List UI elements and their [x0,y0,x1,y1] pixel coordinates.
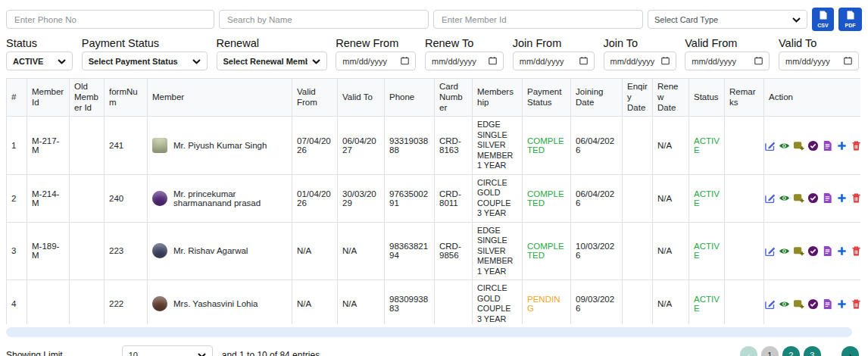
filter-label-renew-to: Renew To [425,37,504,49]
renew-date-cell: N/A [653,222,689,279]
document-icon[interactable] [822,192,833,204]
page-size-select[interactable]: 10 [122,345,213,356]
table-footer: Showing Limit 10 and 1 to 10 of 84 entri… [6,345,862,356]
row-number: 2 [7,174,27,222]
column-header: Enqiry Date [623,79,653,117]
delete-icon[interactable] [851,298,860,310]
avatar [152,138,167,153]
add-icon[interactable] [836,245,848,257]
filter-label-renew-from: Renew From [336,37,416,49]
filter-renewal: RenewalSelect Renewal Members [217,37,327,70]
renew-from-date-input[interactable]: mm/dd/yyyy [336,52,416,70]
table-row: 4 222 Mrs. Yashasvini Lohia N/A N/A 9830… [7,280,861,324]
filter-status: StatusACTIVE [6,37,73,70]
filter-renew-from: Renew Frommm/dd/yyyy [336,37,416,70]
member-name: Mr. Piyush Kumar Singh [173,141,267,150]
card-add-icon[interactable] [793,298,804,310]
name-search-input[interactable] [219,10,429,29]
entries-summary: and 1 to 10 of 84 entries [222,350,320,356]
column-header: MemberId [27,79,70,117]
remarks-cell [725,117,764,174]
add-icon[interactable] [836,298,848,310]
phone-search-input[interactable] [6,10,214,29]
card-number-cell [435,280,473,324]
status-cell: ACTIVE [689,117,725,174]
table-header-row: #MemberIdOld Member IdformNumMemberValid… [7,79,861,117]
valid-from-cell: N/A [292,280,338,324]
csv-export-label: CSV [817,23,828,28]
edit-icon[interactable] [764,192,776,204]
card-add-icon[interactable] [793,140,804,151]
view-icon[interactable] [779,298,790,310]
join-from-date-input[interactable]: mm/dd/yyyy [513,52,595,70]
verified-icon[interactable] [807,298,819,310]
member-name: Mr. princekumar sharmananand prasad [173,189,287,208]
valid-from-date-input[interactable]: mm/dd/yyyy [685,52,770,70]
add-icon[interactable] [836,140,848,151]
pdf-export-label: PDF [845,23,856,28]
status-select[interactable]: ACTIVE [6,52,73,70]
table-horizontal-scrollbar[interactable] [6,327,852,337]
pagination-page-2[interactable]: 2 [782,346,800,356]
delete-icon[interactable] [851,245,860,257]
valid-from-cell: N/A [292,222,338,279]
member-name: Mrs. Yashasvini Lohia [173,299,258,308]
membership-cell: CIRCLE GOLD COUPLE 3 YEAR [473,174,523,222]
renew-to-date-input[interactable]: mm/dd/yyyy [425,52,504,70]
join-to-date-input[interactable]: mm/dd/yyyy [604,52,676,70]
row-number: 1 [7,117,27,174]
member-id-cell: M-217-M [27,117,70,174]
card-add-icon[interactable] [793,245,804,257]
pagination-page-1[interactable]: 1 [761,346,779,356]
edit-icon[interactable] [764,140,776,151]
enqiry-date-cell [623,280,653,324]
view-icon[interactable] [779,245,790,257]
column-header: Status [689,79,725,117]
actions-cell [764,280,861,324]
pagination-page-3[interactable]: 3 [804,346,821,356]
member-id-search-input[interactable] [433,10,643,29]
verified-icon[interactable] [807,192,819,204]
member-id-cell [27,280,70,324]
pagination-prev[interactable]: ‹ [740,346,757,356]
old-member-id-cell [70,280,105,324]
valid-to-cell: 30/03/2029 [338,174,385,222]
add-icon[interactable] [836,192,848,204]
edit-icon[interactable] [764,245,776,257]
delete-icon[interactable] [851,192,860,204]
avatar [152,296,167,311]
form-num-cell: 223 [105,222,148,279]
document-icon[interactable] [822,245,833,257]
document-icon[interactable] [822,140,833,151]
verified-icon[interactable] [807,140,819,151]
pdf-export-button[interactable]: PDF [838,8,862,31]
view-icon[interactable] [779,192,790,204]
calendar-icon [579,55,588,68]
column-header: Renew Date [653,79,689,117]
csv-export-button[interactable]: CSV [812,8,834,31]
chevron-down-icon [188,57,201,66]
card-type-select[interactable]: Select Card Type [648,10,807,29]
renew-date-cell: N/A [653,174,689,222]
pagination: ‹123....› [740,346,859,356]
edit-icon[interactable] [764,298,776,310]
pagination-next[interactable]: › [841,346,859,356]
view-icon[interactable] [779,140,790,151]
document-icon[interactable] [822,298,833,310]
members-table: #MemberIdOld Member IdformNumMemberValid… [6,78,860,324]
enqiry-date-cell [623,117,653,174]
valid-to-date-input[interactable]: mm/dd/yyyy [779,52,859,70]
delete-icon[interactable] [851,140,860,151]
status-cell: ACTIVE [689,174,725,222]
enqiry-date-cell [623,222,653,279]
phone-cell: 9836382194 [385,222,435,279]
payment-status-select[interactable]: Select Payment Status [82,52,208,70]
filter-valid-from: Valid Frommm/dd/yyyy [685,37,770,70]
filter-join-from: Join Frommm/dd/yyyy [513,37,595,70]
renewal-select[interactable]: Select Renewal Members [217,52,327,70]
actions-cell [764,222,861,279]
card-add-icon[interactable] [793,192,804,204]
calendar-icon [401,55,409,68]
verified-icon[interactable] [807,245,819,257]
calendar-icon [754,55,763,68]
